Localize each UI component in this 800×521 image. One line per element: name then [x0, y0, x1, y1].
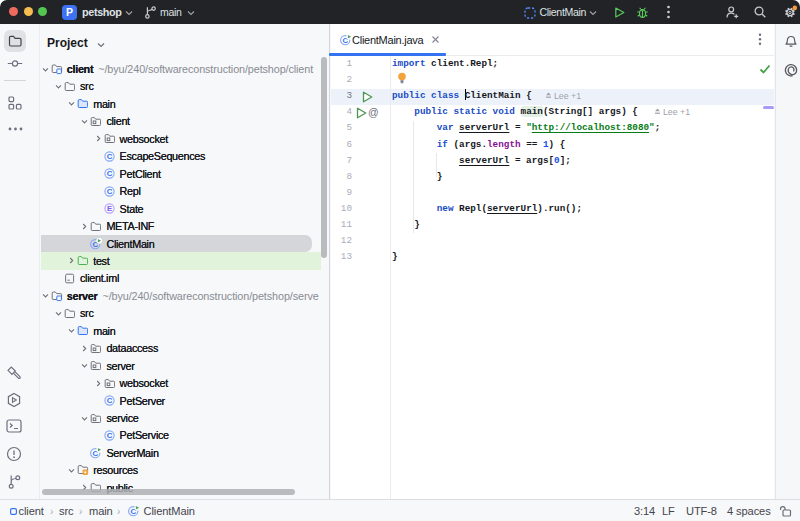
svg-text:C: C	[106, 152, 112, 161]
svg-text:C: C	[106, 187, 112, 196]
svg-text:C: C	[106, 431, 112, 440]
svg-text:C: C	[106, 169, 112, 178]
svg-text:C: C	[106, 396, 112, 405]
svg-text:E: E	[106, 204, 111, 213]
